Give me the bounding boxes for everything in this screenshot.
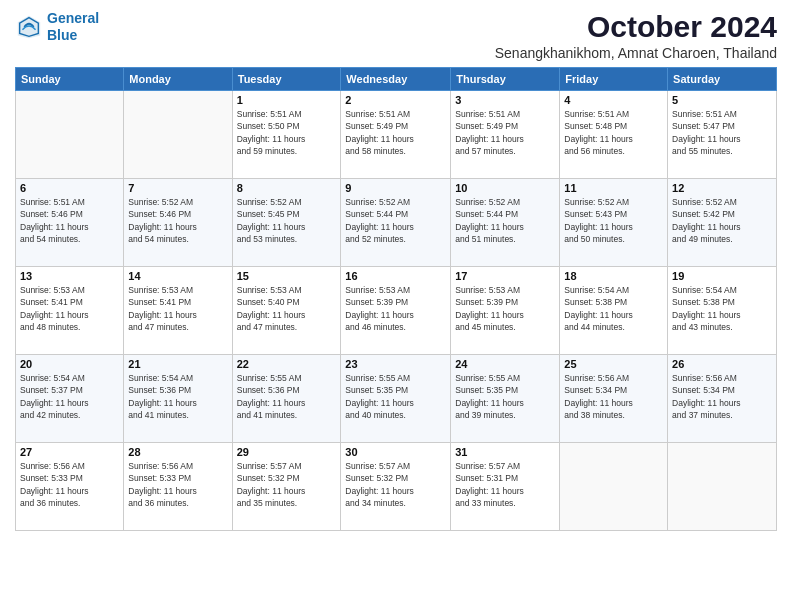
day-number: 6 bbox=[20, 182, 119, 194]
day-cell: 9Sunrise: 5:52 AM Sunset: 5:44 PM Daylig… bbox=[341, 179, 451, 267]
col-thursday: Thursday bbox=[451, 68, 560, 91]
day-cell bbox=[560, 443, 668, 531]
day-info: Sunrise: 5:52 AM Sunset: 5:43 PM Dayligh… bbox=[564, 196, 663, 245]
day-number: 16 bbox=[345, 270, 446, 282]
location: Senangkhanikhom, Amnat Charoen, Thailand bbox=[495, 45, 777, 61]
day-number: 12 bbox=[672, 182, 772, 194]
day-number: 15 bbox=[237, 270, 337, 282]
day-number: 24 bbox=[455, 358, 555, 370]
day-number: 27 bbox=[20, 446, 119, 458]
day-number: 21 bbox=[128, 358, 227, 370]
day-number: 28 bbox=[128, 446, 227, 458]
week-row-5: 27Sunrise: 5:56 AM Sunset: 5:33 PM Dayli… bbox=[16, 443, 777, 531]
day-info: Sunrise: 5:53 AM Sunset: 5:39 PM Dayligh… bbox=[455, 284, 555, 333]
header: General Blue October 2024 Senangkhanikho… bbox=[15, 10, 777, 61]
day-info: Sunrise: 5:55 AM Sunset: 5:35 PM Dayligh… bbox=[455, 372, 555, 421]
day-cell: 17Sunrise: 5:53 AM Sunset: 5:39 PM Dayli… bbox=[451, 267, 560, 355]
col-friday: Friday bbox=[560, 68, 668, 91]
day-cell: 3Sunrise: 5:51 AM Sunset: 5:49 PM Daylig… bbox=[451, 91, 560, 179]
col-monday: Monday bbox=[124, 68, 232, 91]
day-info: Sunrise: 5:56 AM Sunset: 5:34 PM Dayligh… bbox=[672, 372, 772, 421]
day-cell: 20Sunrise: 5:54 AM Sunset: 5:37 PM Dayli… bbox=[16, 355, 124, 443]
day-number: 19 bbox=[672, 270, 772, 282]
day-cell: 4Sunrise: 5:51 AM Sunset: 5:48 PM Daylig… bbox=[560, 91, 668, 179]
day-cell: 30Sunrise: 5:57 AM Sunset: 5:32 PM Dayli… bbox=[341, 443, 451, 531]
day-number: 23 bbox=[345, 358, 446, 370]
day-info: Sunrise: 5:57 AM Sunset: 5:32 PM Dayligh… bbox=[345, 460, 446, 509]
day-info: Sunrise: 5:57 AM Sunset: 5:32 PM Dayligh… bbox=[237, 460, 337, 509]
day-cell: 5Sunrise: 5:51 AM Sunset: 5:47 PM Daylig… bbox=[668, 91, 777, 179]
day-cell: 28Sunrise: 5:56 AM Sunset: 5:33 PM Dayli… bbox=[124, 443, 232, 531]
day-cell: 13Sunrise: 5:53 AM Sunset: 5:41 PM Dayli… bbox=[16, 267, 124, 355]
day-cell: 16Sunrise: 5:53 AM Sunset: 5:39 PM Dayli… bbox=[341, 267, 451, 355]
col-tuesday: Tuesday bbox=[232, 68, 341, 91]
day-info: Sunrise: 5:54 AM Sunset: 5:38 PM Dayligh… bbox=[672, 284, 772, 333]
day-number: 31 bbox=[455, 446, 555, 458]
day-number: 26 bbox=[672, 358, 772, 370]
day-number: 30 bbox=[345, 446, 446, 458]
logo-icon bbox=[15, 13, 43, 41]
logo-line1: General bbox=[47, 10, 99, 26]
day-cell: 26Sunrise: 5:56 AM Sunset: 5:34 PM Dayli… bbox=[668, 355, 777, 443]
day-info: Sunrise: 5:52 AM Sunset: 5:46 PM Dayligh… bbox=[128, 196, 227, 245]
col-wednesday: Wednesday bbox=[341, 68, 451, 91]
col-saturday: Saturday bbox=[668, 68, 777, 91]
day-cell: 18Sunrise: 5:54 AM Sunset: 5:38 PM Dayli… bbox=[560, 267, 668, 355]
day-number: 20 bbox=[20, 358, 119, 370]
day-info: Sunrise: 5:54 AM Sunset: 5:37 PM Dayligh… bbox=[20, 372, 119, 421]
day-cell: 25Sunrise: 5:56 AM Sunset: 5:34 PM Dayli… bbox=[560, 355, 668, 443]
day-info: Sunrise: 5:54 AM Sunset: 5:38 PM Dayligh… bbox=[564, 284, 663, 333]
day-info: Sunrise: 5:51 AM Sunset: 5:48 PM Dayligh… bbox=[564, 108, 663, 157]
day-info: Sunrise: 5:55 AM Sunset: 5:36 PM Dayligh… bbox=[237, 372, 337, 421]
day-cell: 29Sunrise: 5:57 AM Sunset: 5:32 PM Dayli… bbox=[232, 443, 341, 531]
day-number: 11 bbox=[564, 182, 663, 194]
page: General Blue October 2024 Senangkhanikho… bbox=[0, 0, 792, 612]
day-number: 4 bbox=[564, 94, 663, 106]
day-cell: 22Sunrise: 5:55 AM Sunset: 5:36 PM Dayli… bbox=[232, 355, 341, 443]
week-row-4: 20Sunrise: 5:54 AM Sunset: 5:37 PM Dayli… bbox=[16, 355, 777, 443]
logo: General Blue bbox=[15, 10, 99, 44]
day-cell: 15Sunrise: 5:53 AM Sunset: 5:40 PM Dayli… bbox=[232, 267, 341, 355]
day-info: Sunrise: 5:53 AM Sunset: 5:40 PM Dayligh… bbox=[237, 284, 337, 333]
col-sunday: Sunday bbox=[16, 68, 124, 91]
logo-line2: Blue bbox=[47, 27, 77, 43]
day-cell: 24Sunrise: 5:55 AM Sunset: 5:35 PM Dayli… bbox=[451, 355, 560, 443]
day-cell: 14Sunrise: 5:53 AM Sunset: 5:41 PM Dayli… bbox=[124, 267, 232, 355]
day-info: Sunrise: 5:53 AM Sunset: 5:41 PM Dayligh… bbox=[20, 284, 119, 333]
calendar: Sunday Monday Tuesday Wednesday Thursday… bbox=[15, 67, 777, 531]
header-row: Sunday Monday Tuesday Wednesday Thursday… bbox=[16, 68, 777, 91]
day-cell: 31Sunrise: 5:57 AM Sunset: 5:31 PM Dayli… bbox=[451, 443, 560, 531]
day-info: Sunrise: 5:57 AM Sunset: 5:31 PM Dayligh… bbox=[455, 460, 555, 509]
day-cell: 11Sunrise: 5:52 AM Sunset: 5:43 PM Dayli… bbox=[560, 179, 668, 267]
day-number: 3 bbox=[455, 94, 555, 106]
day-cell: 1Sunrise: 5:51 AM Sunset: 5:50 PM Daylig… bbox=[232, 91, 341, 179]
day-cell: 7Sunrise: 5:52 AM Sunset: 5:46 PM Daylig… bbox=[124, 179, 232, 267]
day-cell bbox=[124, 91, 232, 179]
day-info: Sunrise: 5:51 AM Sunset: 5:49 PM Dayligh… bbox=[455, 108, 555, 157]
title-section: October 2024 Senangkhanikhom, Amnat Char… bbox=[495, 10, 777, 61]
day-cell bbox=[668, 443, 777, 531]
day-number: 9 bbox=[345, 182, 446, 194]
day-cell: 6Sunrise: 5:51 AM Sunset: 5:46 PM Daylig… bbox=[16, 179, 124, 267]
day-info: Sunrise: 5:56 AM Sunset: 5:33 PM Dayligh… bbox=[128, 460, 227, 509]
day-number: 29 bbox=[237, 446, 337, 458]
day-info: Sunrise: 5:54 AM Sunset: 5:36 PM Dayligh… bbox=[128, 372, 227, 421]
day-info: Sunrise: 5:51 AM Sunset: 5:50 PM Dayligh… bbox=[237, 108, 337, 157]
day-info: Sunrise: 5:51 AM Sunset: 5:47 PM Dayligh… bbox=[672, 108, 772, 157]
day-info: Sunrise: 5:52 AM Sunset: 5:44 PM Dayligh… bbox=[345, 196, 446, 245]
day-number: 2 bbox=[345, 94, 446, 106]
day-info: Sunrise: 5:52 AM Sunset: 5:45 PM Dayligh… bbox=[237, 196, 337, 245]
day-number: 25 bbox=[564, 358, 663, 370]
day-number: 10 bbox=[455, 182, 555, 194]
day-number: 14 bbox=[128, 270, 227, 282]
week-row-1: 1Sunrise: 5:51 AM Sunset: 5:50 PM Daylig… bbox=[16, 91, 777, 179]
day-number: 1 bbox=[237, 94, 337, 106]
svg-marker-0 bbox=[18, 16, 40, 38]
day-cell: 2Sunrise: 5:51 AM Sunset: 5:49 PM Daylig… bbox=[341, 91, 451, 179]
day-info: Sunrise: 5:55 AM Sunset: 5:35 PM Dayligh… bbox=[345, 372, 446, 421]
day-cell: 19Sunrise: 5:54 AM Sunset: 5:38 PM Dayli… bbox=[668, 267, 777, 355]
day-cell bbox=[16, 91, 124, 179]
day-number: 22 bbox=[237, 358, 337, 370]
day-number: 7 bbox=[128, 182, 227, 194]
week-row-2: 6Sunrise: 5:51 AM Sunset: 5:46 PM Daylig… bbox=[16, 179, 777, 267]
